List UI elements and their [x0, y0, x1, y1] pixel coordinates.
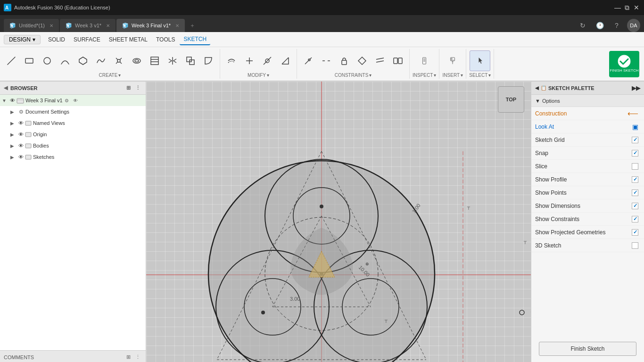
palette-row-show-dimensions[interactable]: Show Dimensions [531, 199, 644, 213]
palette-row-slice[interactable]: Slice [531, 160, 644, 173]
browser-item-sketches[interactable]: ▶ 👁 Sketches [0, 151, 146, 163]
bodies-visibility-icon[interactable]: 👁 [18, 143, 24, 148]
show-points-checkbox[interactable] [632, 189, 638, 196]
comments-expand-btn[interactable]: ⊞ [124, 353, 132, 362]
spline-tool-btn[interactable] [92, 50, 109, 71]
browser-root-item[interactable]: ▼ 👁 Week 3 Final v1 ⚙ 👁 [0, 95, 146, 106]
menu-tools[interactable]: TOOLS [152, 34, 179, 45]
menu-surface[interactable]: SURFACE [70, 34, 104, 45]
browser-item-doc-settings[interactable]: ▶ ⚙ Document Settings [0, 106, 146, 117]
browser-item-origin[interactable]: ▶ 👁 Origin [0, 129, 146, 140]
show-dimensions-checkbox[interactable] [632, 203, 638, 209]
palette-row-show-profile[interactable]: Show Profile [531, 173, 644, 186]
tab-week3v1[interactable]: 🧊 Week 3 v1* ✕ [60, 19, 116, 32]
parallel-btn[interactable] [372, 50, 388, 71]
root-settings-btn[interactable]: ⚙ [63, 96, 71, 105]
palette-row-show-points[interactable]: Show Points [531, 186, 644, 199]
doc-settings-gear-icon[interactable]: ⚙ [17, 107, 25, 116]
show-constraints-checkbox[interactable] [632, 216, 638, 222]
help-btn[interactable]: ? [610, 19, 623, 32]
sketches-visibility-icon[interactable]: 👁 [18, 154, 24, 160]
pattern-btn[interactable] [389, 50, 406, 71]
palette-row-show-constraints[interactable]: Show Constraints [531, 213, 644, 226]
tab-week3final[interactable]: 🧊 Week 3 Final v1* ✕ [116, 19, 185, 32]
scale-tool-btn[interactable] [277, 50, 294, 71]
project-tool-btn[interactable] [128, 50, 145, 71]
palette-row-show-projected[interactable]: Show Projected Geometries [531, 226, 644, 239]
finish-sketch-palette-btn[interactable]: Finish Sketch [539, 342, 636, 356]
restore-btn[interactable]: ⧉ [623, 4, 631, 11]
equal-btn[interactable] [354, 50, 371, 71]
palette-row-construction[interactable]: Construction ⟵ [531, 107, 644, 120]
mirror-tool-btn[interactable] [164, 50, 181, 71]
origin-visibility-icon[interactable]: 👁 [18, 132, 24, 137]
tab-untitled[interactable]: 🧊 Untitled*(1) ✕ [4, 19, 59, 32]
collinear-btn[interactable] [318, 50, 335, 71]
tab-close-week3final[interactable]: ✕ [175, 23, 179, 28]
tab-close-week3v1[interactable]: ✕ [106, 23, 110, 28]
browser-expand-btn[interactable]: ⊞ [124, 84, 132, 92]
bodies-arrow[interactable]: ▶ [10, 143, 17, 148]
root-eye-btn[interactable]: 👁 [71, 96, 80, 105]
menu-sheet-metal[interactable]: SHEET METAL [105, 34, 151, 45]
sync-btn[interactable]: ↻ [576, 19, 589, 32]
rectangle-tool-btn[interactable] [21, 50, 38, 71]
root-visibility-icon[interactable]: 👁 [10, 98, 15, 103]
circle-tool-btn[interactable] [39, 50, 56, 71]
lock-btn[interactable] [336, 50, 353, 71]
design-menu-btn[interactable]: DESIGN ▾ [4, 35, 41, 44]
browser-collapse-btn[interactable]: ◀ [4, 85, 8, 91]
3d-sketch-checkbox[interactable] [632, 242, 638, 249]
named-views-arrow[interactable]: ▶ [10, 121, 17, 126]
rectangle2-tool-btn[interactable] [182, 50, 199, 71]
named-views-visibility-icon[interactable]: 👁 [18, 120, 24, 126]
arc-tool-btn[interactable] [57, 50, 74, 71]
tab-close-untitled[interactable]: ✕ [50, 23, 53, 28]
origin-arrow[interactable]: ▶ [10, 132, 17, 137]
offset-tool-btn[interactable] [223, 50, 240, 71]
show-profile-checkbox[interactable] [632, 176, 638, 183]
look-at-icon[interactable]: ▣ [632, 123, 638, 131]
menu-sketch[interactable]: SKETCH [180, 34, 210, 45]
snap-checkbox[interactable] [632, 150, 638, 156]
select-btn[interactable] [470, 50, 490, 71]
options-section-title[interactable]: ▼ Options [531, 95, 644, 107]
break-tool-btn[interactable] [259, 50, 276, 71]
browser-item-bodies[interactable]: ▶ 👁 Bodies [0, 140, 146, 151]
history-btn[interactable]: 🕐 [593, 19, 606, 32]
show-projected-checkbox[interactable] [632, 229, 638, 236]
sketches-arrow[interactable]: ▶ [10, 155, 17, 160]
browser-menu-btn[interactable]: ⋮ [133, 84, 142, 92]
canvas-area[interactable]: 1.00 10.00 3.00 25 25 ⊤ ⊤ ⊕ ⊤ ⊤ ⊤ X Y [146, 82, 531, 362]
measure-btn[interactable] [414, 50, 435, 71]
fillet-tool-btn[interactable] [200, 50, 217, 71]
comments-menu-btn[interactable]: ⋮ [133, 353, 142, 362]
root-expand-arrow[interactable]: ▼ [2, 98, 8, 103]
palette-expand-icon[interactable]: ▶▶ [632, 85, 640, 91]
sketch-canvas[interactable]: 1.00 10.00 3.00 25 25 ⊤ ⊤ ⊕ ⊤ ⊤ ⊤ X Y [146, 82, 531, 362]
new-tab-btn[interactable]: ＋ [186, 19, 199, 32]
insert-image-btn[interactable] [442, 50, 463, 71]
hatch-tool-btn[interactable] [146, 50, 163, 71]
polygon-tool-btn[interactable] [74, 50, 91, 71]
view-cube[interactable]: TOP [498, 86, 526, 115]
coincident-btn[interactable] [300, 50, 317, 71]
palette-row-3d-sketch[interactable]: 3D Sketch [531, 239, 644, 252]
palette-row-sketch-grid[interactable]: Sketch Grid [531, 133, 644, 147]
palette-collapse-icon[interactable]: ◀ [535, 85, 539, 90]
trim-tool-btn[interactable] [110, 50, 127, 71]
finish-sketch-ribbon-btn[interactable]: FINISH SKETCH [609, 51, 639, 77]
palette-row-look-at[interactable]: Look At ▣ [531, 120, 644, 133]
sketch-grid-checkbox[interactable] [632, 137, 638, 143]
palette-row-snap[interactable]: Snap [531, 147, 644, 160]
user-avatar[interactable]: DA [627, 19, 640, 32]
browser-item-named-views[interactable]: ▶ 👁 Named Views [0, 117, 146, 129]
line-tool-btn[interactable] [3, 50, 20, 71]
construction-icon[interactable]: ⟵ [627, 109, 638, 118]
slice-checkbox[interactable] [632, 163, 638, 170]
minimize-btn[interactable]: — [614, 4, 621, 11]
close-btn[interactable]: ✕ [633, 4, 640, 11]
doc-settings-arrow[interactable]: ▶ [10, 109, 17, 115]
extend-tool-btn[interactable] [241, 50, 258, 71]
menu-solid[interactable]: SOLID [44, 34, 69, 45]
